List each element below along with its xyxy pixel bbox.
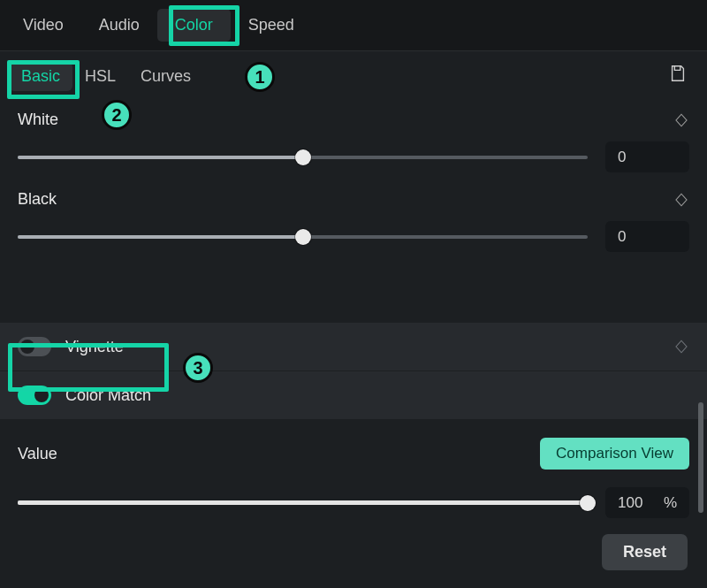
black-slider-block: Black 0 <box>18 190 689 252</box>
keyframe-icon[interactable] <box>673 192 689 208</box>
comparison-view-button[interactable]: Comparison View <box>540 438 689 470</box>
reset-button[interactable]: Reset <box>602 534 688 570</box>
keyframe-icon[interactable] <box>673 339 689 355</box>
black-slider[interactable] <box>18 235 588 239</box>
value-slider-thumb[interactable] <box>580 495 596 511</box>
white-label: White <box>18 111 58 129</box>
vignette-toggle[interactable] <box>18 337 51 356</box>
color-panel: Video Audio Color Speed Basic HSL Curves… <box>0 0 707 588</box>
black-label: Black <box>18 190 57 209</box>
white-slider[interactable] <box>18 156 588 159</box>
toggle-section: Vignette Color Match <box>0 323 707 420</box>
vignette-row: Vignette <box>0 323 707 371</box>
sub-tab-bar: Basic HSL Curves <box>0 51 707 102</box>
color-match-row: Color Match <box>0 371 707 420</box>
tab-video[interactable]: Video <box>5 9 81 42</box>
tab-color[interactable]: Color <box>157 9 231 42</box>
white-slider-block: White 0 <box>18 111 689 172</box>
keyframe-icon[interactable] <box>673 112 689 128</box>
color-match-toggle[interactable] <box>18 386 51 405</box>
tab-speed[interactable]: Speed <box>231 9 312 42</box>
subtab-curves[interactable]: Curves <box>128 62 203 91</box>
color-match-value-section: Value Comparison View 100 % <box>0 420 707 518</box>
scrollbar-thumb[interactable] <box>698 402 703 513</box>
value-number: 100 <box>618 494 664 512</box>
value-slider[interactable] <box>18 500 588 505</box>
top-tab-bar: Video Audio Color Speed <box>0 0 707 51</box>
white-value-input[interactable]: 0 <box>605 141 689 172</box>
black-value-input[interactable]: 0 <box>605 221 689 252</box>
value-unit: % <box>664 494 677 512</box>
save-preset-button[interactable] <box>666 64 689 87</box>
white-value: 0 <box>618 149 677 166</box>
subtab-hsl[interactable]: HSL <box>72 62 128 91</box>
value-input[interactable]: 100 % <box>605 487 689 518</box>
save-icon <box>668 64 688 88</box>
white-slider-thumb[interactable] <box>295 149 311 165</box>
basic-sliders: White 0 Black <box>0 102 707 314</box>
footer: Reset <box>0 518 707 588</box>
tab-audio[interactable]: Audio <box>81 9 157 42</box>
vignette-label: Vignette <box>65 338 124 356</box>
subtab-basic[interactable]: Basic <box>9 62 72 91</box>
black-slider-thumb[interactable] <box>295 229 311 245</box>
black-value: 0 <box>618 228 677 246</box>
color-match-label: Color Match <box>65 386 151 405</box>
value-label: Value <box>18 445 57 463</box>
